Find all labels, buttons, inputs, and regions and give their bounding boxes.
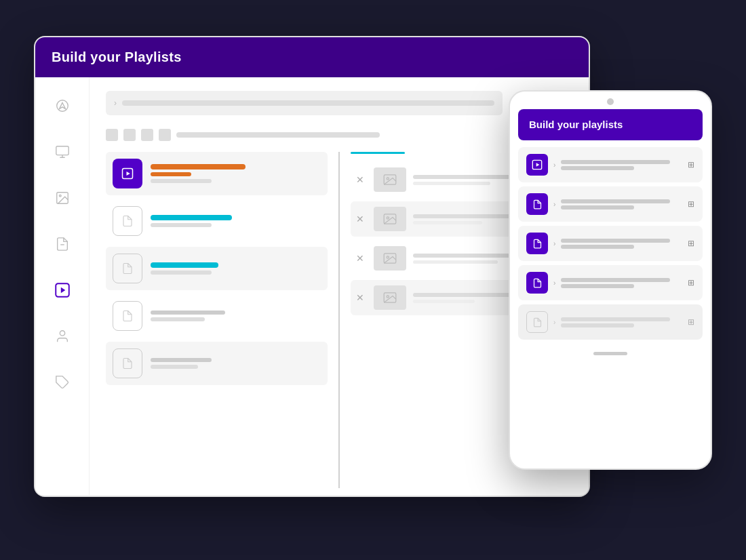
mobile-line-1b xyxy=(561,166,633,170)
mobile-arrow-4: › xyxy=(553,279,555,287)
playlist-sub-line-5 xyxy=(151,365,198,369)
mobile-mockup: Build your playlists › ⊞ xyxy=(509,90,712,470)
search-arrow-icon: › xyxy=(114,98,117,108)
remove-icon-2[interactable]: ✕ xyxy=(356,214,367,224)
playlist-item-3[interactable] xyxy=(106,247,328,290)
playlist-icon-box-3 xyxy=(113,254,142,283)
mobile-line-4b xyxy=(561,284,633,288)
playlist-title-line-1b xyxy=(151,172,191,176)
mobile-lines-3 xyxy=(561,239,682,249)
mobile-body: › ⊞ › ⊞ xyxy=(510,140,711,346)
sidebar-icon-user[interactable] xyxy=(50,324,75,348)
sidebar xyxy=(35,77,90,495)
playlist-text-4 xyxy=(151,311,225,321)
mobile-filter-icon-1[interactable]: ⊞ xyxy=(688,160,694,169)
mobile-arrow-1: › xyxy=(553,161,555,169)
svg-rect-1 xyxy=(56,146,68,155)
remove-icon-4[interactable]: ✕ xyxy=(356,292,367,303)
mobile-filter-icon-4[interactable]: ⊞ xyxy=(688,278,694,287)
playlist-text-3 xyxy=(151,262,218,275)
mobile-line-3a xyxy=(561,239,670,243)
mobile-item-1[interactable]: › ⊞ xyxy=(518,147,703,182)
sidebar-icon-file[interactable] xyxy=(50,232,75,256)
filter-dot-3 xyxy=(141,129,153,141)
search-bar[interactable]: › xyxy=(106,91,503,115)
playlist-text-2 xyxy=(151,215,232,227)
playlist-item-2[interactable] xyxy=(106,199,328,243)
playlist-icon-box-5 xyxy=(113,348,142,378)
sidebar-icon-tag[interactable] xyxy=(50,370,75,395)
mobile-line-5b xyxy=(561,323,633,327)
camera-dot xyxy=(607,98,614,105)
mobile-line-2a xyxy=(561,199,670,203)
mobile-file-icon-3 xyxy=(526,233,548,254)
playlist-icon-box-2 xyxy=(113,206,142,236)
mobile-line-3b xyxy=(561,245,633,249)
filter-line xyxy=(176,132,380,138)
thumbnail-3 xyxy=(374,246,406,271)
mobile-filter-icon-5[interactable]: ⊞ xyxy=(688,317,694,327)
sidebar-icon-playlist[interactable] xyxy=(50,278,75,302)
thumbnail-2 xyxy=(374,207,406,231)
filter-dot-2 xyxy=(123,129,136,141)
sidebar-icon-dashboard[interactable] xyxy=(50,94,75,118)
filter-dot-4 xyxy=(159,129,171,141)
mobile-arrow-2: › xyxy=(553,201,555,208)
mobile-lines-5 xyxy=(561,317,682,327)
right-header-accent xyxy=(351,152,405,154)
playlist-list xyxy=(106,152,340,488)
mobile-header: Build your playlists xyxy=(518,109,703,140)
playlist-icon-box-1 xyxy=(113,159,142,188)
mobile-file-icon-5 xyxy=(526,311,548,333)
desktop-header: Build your Playlists xyxy=(35,37,589,77)
thumbnail-4 xyxy=(374,285,406,310)
desktop-title: Build your Playlists xyxy=(52,49,182,64)
playlist-icon-box-4 xyxy=(113,301,142,331)
sidebar-icon-image[interactable] xyxy=(50,186,75,210)
mobile-lines-2 xyxy=(561,199,682,209)
svg-point-20 xyxy=(387,296,389,298)
playlist-text-5 xyxy=(151,358,212,369)
mobile-arrow-3: › xyxy=(553,240,555,247)
mobile-item-2[interactable]: › ⊞ xyxy=(518,186,703,222)
svg-point-16 xyxy=(387,217,389,219)
mobile-title: Build your playlists xyxy=(529,119,623,130)
mobile-line-2b xyxy=(561,205,633,209)
svg-point-9 xyxy=(60,331,64,336)
mobile-home-indicator xyxy=(510,346,711,361)
remove-icon-1[interactable]: ✕ xyxy=(356,174,367,185)
mobile-item-5[interactable]: › ⊞ xyxy=(518,304,703,340)
playlist-text-1 xyxy=(151,164,246,183)
mobile-file-icon-4 xyxy=(526,272,548,294)
svg-marker-12 xyxy=(127,172,130,176)
scene: Build your Playlists xyxy=(34,36,712,524)
desktop-body: › xyxy=(35,77,589,495)
playlist-gray-5 xyxy=(151,358,212,362)
playlist-item-1[interactable] xyxy=(106,152,328,195)
filter-dot-1 xyxy=(106,129,118,141)
playlist-title-line-1 xyxy=(151,164,246,169)
search-line xyxy=(122,100,494,106)
playlist-sub-line-4 xyxy=(151,317,205,321)
svg-marker-22 xyxy=(536,163,540,166)
home-bar xyxy=(593,352,627,355)
mobile-line-5a xyxy=(561,317,670,321)
two-column-layout: ✕ xyxy=(106,152,572,488)
playlist-title-line-3 xyxy=(151,262,218,268)
mobile-filter-icon-3[interactable]: ⊞ xyxy=(688,239,694,248)
remove-icon-3[interactable]: ✕ xyxy=(356,253,367,264)
sidebar-icon-monitor[interactable] xyxy=(50,140,75,164)
mobile-file-icon-2 xyxy=(526,193,548,215)
playlist-sub-line-2 xyxy=(151,223,212,227)
mobile-arrow-5: › xyxy=(553,319,555,326)
mobile-item-4[interactable]: › ⊞ xyxy=(518,265,703,300)
playlist-item-5[interactable] xyxy=(106,342,328,385)
mobile-item-3[interactable]: › ⊞ xyxy=(518,226,703,261)
playlist-item-4[interactable] xyxy=(106,294,328,338)
mobile-lines-4 xyxy=(561,278,682,288)
mobile-lines-1 xyxy=(561,160,682,170)
mobile-filter-icon-2[interactable]: ⊞ xyxy=(688,199,694,209)
mobile-playlist-icon xyxy=(526,154,548,176)
svg-point-18 xyxy=(387,256,389,258)
desktop-mockup: Build your Playlists xyxy=(34,36,590,497)
